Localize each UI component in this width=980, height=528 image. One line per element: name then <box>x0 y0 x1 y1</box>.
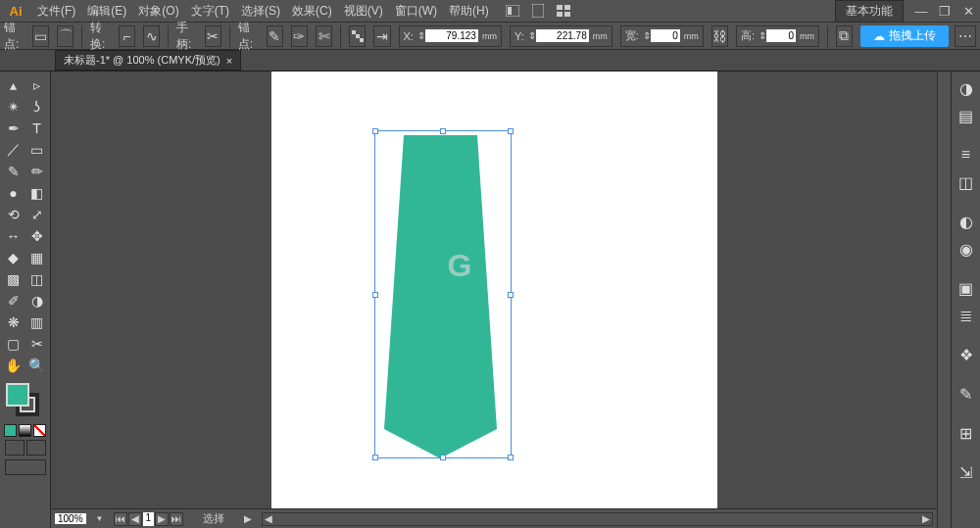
page-last-button[interactable]: ⏭ <box>170 512 183 526</box>
x-field[interactable] <box>425 29 478 42</box>
selection-tool[interactable]: ▴ <box>3 75 24 95</box>
menu-item[interactable]: 帮助(H) <box>443 0 495 23</box>
slice-tool[interactable]: ✂ <box>26 334 48 354</box>
ref-point-icon[interactable] <box>349 25 366 47</box>
handle-bc[interactable] <box>440 455 446 460</box>
color-mode-none[interactable] <box>33 424 46 437</box>
anchor-convert-icon[interactable]: ▭ <box>32 25 49 47</box>
mode-arrow-icon[interactable]: ▶ <box>244 513 252 524</box>
convert-smooth-icon[interactable]: ∿ <box>143 25 160 47</box>
zoom-value[interactable]: 100% <box>55 513 86 524</box>
fill-stroke-swatch[interactable] <box>6 383 45 422</box>
menu-item[interactable]: 文件(F) <box>31 0 81 23</box>
transform-panel-icon[interactable]: ⇲ <box>956 461 977 483</box>
artboard-tool[interactable]: ▢ <box>3 334 24 354</box>
add-anchor-icon[interactable]: ✑ <box>291 25 308 47</box>
align-panel-icon[interactable]: ⊞ <box>956 422 977 444</box>
free-transform-tool[interactable]: ✥ <box>26 226 48 246</box>
stroke-panel-icon[interactable]: ≡ <box>956 144 977 166</box>
rotate-tool[interactable]: ⟲ <box>3 205 24 224</box>
close-button[interactable]: ✕ <box>956 0 980 23</box>
y-field[interactable] <box>536 29 589 42</box>
draw-normal-mode[interactable] <box>5 440 24 456</box>
brush-tool[interactable]: ✎ <box>3 162 24 181</box>
grid-icon[interactable] <box>554 2 573 20</box>
blend-tool[interactable]: ◑ <box>26 291 48 311</box>
page-number[interactable]: 1 <box>143 512 155 526</box>
page-prev-button[interactable]: ◀ <box>128 512 142 526</box>
layout-icon[interactable] <box>503 2 522 20</box>
cut-path-icon[interactable]: ✄ <box>316 25 332 47</box>
graphic-styles-icon[interactable]: ▣ <box>956 277 977 299</box>
mesh-tool[interactable]: ▩ <box>3 269 24 289</box>
type-tool[interactable]: T <box>26 119 48 138</box>
selection-bbox[interactable] <box>374 130 512 458</box>
h-input[interactable]: 高: ⇕ mm <box>736 25 819 47</box>
page-next-button[interactable]: ▶ <box>155 512 169 526</box>
convert-corner-icon[interactable]: ⌐ <box>119 25 135 47</box>
appearance-panel-icon[interactable]: ◉ <box>956 238 977 260</box>
workspace-selector[interactable]: 基本功能 <box>835 0 904 23</box>
gradient-panel-icon[interactable]: ◫ <box>956 171 977 193</box>
pen-tool[interactable]: ✒ <box>3 119 24 138</box>
w-input[interactable]: 宽: ⇕ mm <box>620 25 704 47</box>
v-scrollbar[interactable] <box>937 72 951 528</box>
eraser-tool[interactable]: ◧ <box>26 183 48 203</box>
y-input[interactable]: Y: ⇕ mm <box>510 25 612 47</box>
link-wh-icon[interactable]: ⛓ <box>711 25 728 47</box>
brushes-panel-icon[interactable]: ✎ <box>956 383 977 405</box>
menu-item[interactable]: 视图(V) <box>338 0 389 23</box>
transparency-panel-icon[interactable]: ◐ <box>956 211 977 232</box>
handle-bl[interactable] <box>372 455 378 460</box>
color-panel-icon[interactable]: ◑ <box>956 77 977 99</box>
menu-item[interactable]: 效果(C) <box>286 0 338 23</box>
direct-selection-tool[interactable]: ▹ <box>26 75 48 95</box>
handle-cut-icon[interactable]: ✂ <box>205 25 221 47</box>
restore-button[interactable]: ❐ <box>933 0 956 23</box>
minimize-button[interactable]: — <box>909 0 933 23</box>
color-mode-solid[interactable] <box>4 424 17 437</box>
remove-anchor-icon[interactable]: ✎ <box>267 25 283 47</box>
draw-behind-mode[interactable] <box>26 440 46 456</box>
handle-tl[interactable] <box>372 128 378 134</box>
perspective-tool[interactable]: ▦ <box>26 248 48 267</box>
swatches-panel-icon[interactable]: ▤ <box>956 105 977 126</box>
handle-tr[interactable] <box>508 128 514 134</box>
gradient-tool[interactable]: ◫ <box>26 269 48 289</box>
isolate-icon[interactable]: ⧉ <box>836 25 853 47</box>
fill-swatch[interactable] <box>6 383 29 407</box>
graph-tool[interactable]: ▥ <box>26 312 48 332</box>
shape-builder-tool[interactable]: ◆ <box>3 248 24 267</box>
rectangle-tool[interactable]: ▭ <box>26 140 48 160</box>
w-field[interactable] <box>651 29 680 42</box>
upload-button[interactable]: ☁ 拖拽上传 <box>860 25 949 47</box>
zoom-tool[interactable]: 🔍 <box>26 356 48 375</box>
artboard[interactable]: G <box>271 72 717 508</box>
width-tool[interactable]: ↔ <box>3 226 24 246</box>
magic-wand-tool[interactable]: ✴ <box>3 97 24 117</box>
screen-mode-button[interactable] <box>5 459 46 475</box>
handle-tc[interactable] <box>440 128 446 134</box>
align-icon[interactable]: ⇥ <box>373 25 390 47</box>
hand-tool[interactable]: ✋ <box>3 356 24 375</box>
h-scrollbar[interactable]: ◀ ▶ <box>262 512 933 526</box>
h-field[interactable] <box>766 29 796 42</box>
document-tab[interactable]: 未标题-1* @ 100% (CMYK/预览) × <box>55 50 241 71</box>
layers-panel-icon[interactable]: ≣ <box>956 305 977 326</box>
line-tool[interactable]: ／ <box>3 140 24 160</box>
anchor-smooth-icon[interactable]: ⌒ <box>57 25 74 47</box>
handle-br[interactable] <box>508 455 514 460</box>
doc-icon[interactable] <box>528 2 548 20</box>
page-first-button[interactable]: ⏮ <box>114 512 127 526</box>
scale-tool[interactable]: ⤢ <box>26 205 48 224</box>
blob-brush-tool[interactable]: ● <box>3 183 24 203</box>
handle-ml[interactable] <box>372 292 378 298</box>
eyedropper-tool[interactable]: ✐ <box>3 291 24 311</box>
menu-item[interactable]: 窗口(W) <box>389 0 443 23</box>
options-more-icon[interactable]: ⋯ <box>955 25 976 47</box>
pencil-tool[interactable]: ✏ <box>26 162 48 181</box>
color-mode-gradient[interactable] <box>19 424 31 437</box>
symbol-spray-tool[interactable]: ❋ <box>3 312 24 332</box>
zoom-dropdown-icon[interactable]: ▼ <box>96 514 104 523</box>
scroll-left-arrow[interactable]: ◀ <box>263 513 274 525</box>
